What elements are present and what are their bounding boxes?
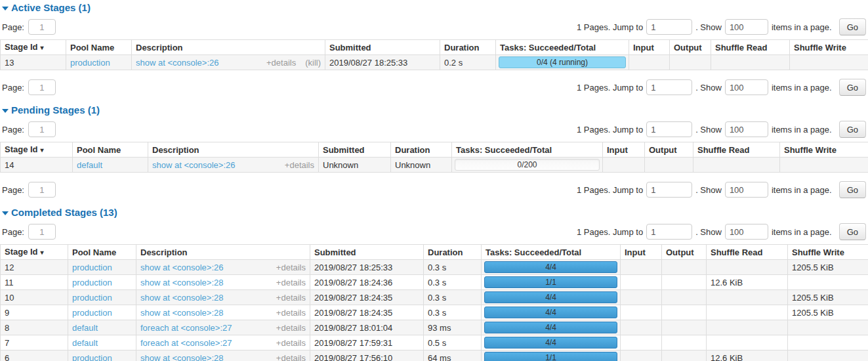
jump-to-page-input[interactable] <box>646 224 692 240</box>
column-header-shuffle_write[interactable]: Shuffle Write <box>788 245 868 260</box>
output-cell <box>662 260 707 275</box>
column-header-submitted[interactable]: Submitted <box>319 142 391 158</box>
items-per-page-input[interactable] <box>725 224 768 240</box>
column-header-description[interactable]: Description <box>148 142 319 158</box>
go-button[interactable]: Go <box>839 121 866 138</box>
items-per-page-input[interactable] <box>725 182 768 198</box>
column-header-submitted[interactable]: Submitted <box>325 40 440 55</box>
pool-name-cell: production <box>68 260 136 275</box>
pool-name-cell: production <box>68 275 136 290</box>
column-header-stage_id[interactable]: Stage Id▾ <box>1 142 73 158</box>
completed-stages-table: Stage Id▾Pool NameDescriptionSubmittedDu… <box>0 244 868 361</box>
pool-name-link[interactable]: production <box>72 263 112 272</box>
details-toggle[interactable]: +details <box>276 338 306 348</box>
column-header-input[interactable]: Input <box>629 40 670 55</box>
go-button[interactable]: Go <box>839 18 866 35</box>
column-header-shuffle_write[interactable]: Shuffle Write <box>780 142 868 158</box>
stage-description-link[interactable]: show at <console>:28 <box>140 293 276 303</box>
items-per-page-input[interactable] <box>725 121 768 137</box>
column-header-shuffle_read[interactable]: Shuffle Read <box>707 245 788 260</box>
jump-to-page-input[interactable] <box>646 121 692 137</box>
stage-description-link[interactable]: foreach at <console>:27 <box>140 323 276 333</box>
column-header-duration[interactable]: Duration <box>391 142 452 158</box>
page-number-input[interactable] <box>28 224 56 240</box>
tasks-progress-bar: 4/4 <box>484 337 617 349</box>
pool-name-link[interactable]: default <box>72 338 98 348</box>
pool-name-link[interactable]: default <box>72 323 98 333</box>
pool-name-link[interactable]: production <box>70 58 110 68</box>
column-header-duration[interactable]: Duration <box>424 245 482 260</box>
column-header-pool[interactable]: Pool Name <box>68 245 136 260</box>
items-per-page-input[interactable] <box>725 19 768 35</box>
details-toggle[interactable]: +details <box>276 293 306 303</box>
go-button[interactable]: Go <box>839 223 866 240</box>
kill-link[interactable]: (kill) <box>305 58 321 68</box>
input-cell <box>621 305 662 320</box>
submitted-cell: 2019/08/27 18:24:36 <box>310 275 424 290</box>
pagination-row: Page: 1 Pages. Jump to . Show items in a… <box>2 121 866 138</box>
column-header-duration[interactable]: Duration <box>440 40 496 55</box>
column-header-submitted[interactable]: Submitted <box>310 245 424 260</box>
pool-name-link[interactable]: production <box>72 308 112 318</box>
column-header-output[interactable]: Output <box>662 245 707 260</box>
column-header-description[interactable]: Description <box>136 245 310 260</box>
input-cell <box>621 260 662 275</box>
go-button[interactable]: Go <box>839 181 866 198</box>
collapse-arrow-icon <box>2 211 9 215</box>
section-heading-completed[interactable]: Completed Stages (13) <box>2 207 867 219</box>
stage-description-link[interactable]: show at <console>:28 <box>140 353 276 361</box>
tasks-progress-cell: 0/4 (4 running) <box>496 55 629 70</box>
tasks-progress-cell: 4/4 <box>482 260 621 275</box>
details-toggle[interactable]: +details <box>266 58 296 68</box>
details-toggle[interactable]: +details <box>285 160 314 170</box>
submitted-cell: 2019/08/27 17:59:31 <box>310 335 424 350</box>
section-heading-active[interactable]: Active Stages (1) <box>2 2 867 14</box>
column-header-shuffle_read[interactable]: Shuffle Read <box>693 142 780 158</box>
details-toggle[interactable]: +details <box>276 278 306 287</box>
column-header-tasks[interactable]: Tasks: Succeeded/Total <box>496 40 629 55</box>
jump-to-page-input[interactable] <box>646 182 692 198</box>
jump-to-page-input[interactable] <box>646 79 692 95</box>
column-header-shuffle_write[interactable]: Shuffle Write <box>790 40 868 55</box>
column-header-shuffle_read[interactable]: Shuffle Read <box>711 40 790 55</box>
stage-description-link[interactable]: show at <console>:26 <box>140 263 276 272</box>
column-header-input[interactable]: Input <box>603 142 645 158</box>
pending-stages-section: Pending Stages (1) Page: 1 Pages. Jump t… <box>0 104 868 198</box>
details-toggle[interactable]: +details <box>276 308 306 318</box>
pool-name-cell: production <box>68 350 136 361</box>
page-number-input[interactable] <box>28 19 56 35</box>
stage-description-link[interactable]: show at <console>:26 <box>136 58 266 68</box>
go-button[interactable]: Go <box>839 79 866 96</box>
show-label: . Show <box>695 227 722 237</box>
column-header-stage_id[interactable]: Stage Id▾ <box>1 40 66 55</box>
output-cell <box>662 305 707 320</box>
page-number-input[interactable] <box>28 182 56 198</box>
column-header-stage_id[interactable]: Stage Id▾ <box>1 245 68 260</box>
page-number-input[interactable] <box>28 79 56 95</box>
details-toggle[interactable]: +details <box>276 353 306 361</box>
column-header-label: Description <box>136 43 183 53</box>
details-toggle[interactable]: +details <box>276 323 306 333</box>
column-header-pool[interactable]: Pool Name <box>66 40 132 55</box>
items-per-page-input[interactable] <box>725 79 768 95</box>
section-heading-pending[interactable]: Pending Stages (1) <box>2 104 867 116</box>
stage-description-link[interactable]: show at <console>:28 <box>140 278 276 287</box>
pool-name-link[interactable]: production <box>72 278 112 287</box>
pool-name-link[interactable]: production <box>72 293 112 303</box>
tasks-progress-bar: 1/1 <box>484 276 617 288</box>
pool-name-link[interactable]: production <box>72 353 112 361</box>
stage-description-link[interactable]: show at <console>:26 <box>152 160 285 170</box>
pool-name-link[interactable]: default <box>77 160 102 170</box>
column-header-pool[interactable]: Pool Name <box>73 142 148 158</box>
stage-description-link[interactable]: foreach at <console>:27 <box>140 338 276 348</box>
page-number-input[interactable] <box>28 121 56 137</box>
column-header-description[interactable]: Description <box>132 40 325 55</box>
column-header-output[interactable]: Output <box>670 40 711 55</box>
jump-to-page-input[interactable] <box>646 19 692 35</box>
stage-description-link[interactable]: show at <console>:28 <box>140 308 276 318</box>
details-toggle[interactable]: +details <box>276 263 306 272</box>
column-header-tasks[interactable]: Tasks: Succeeded/Total <box>482 245 621 260</box>
column-header-tasks[interactable]: Tasks: Succeeded/Total <box>452 142 603 158</box>
column-header-input[interactable]: Input <box>621 245 662 260</box>
column-header-output[interactable]: Output <box>645 142 693 158</box>
